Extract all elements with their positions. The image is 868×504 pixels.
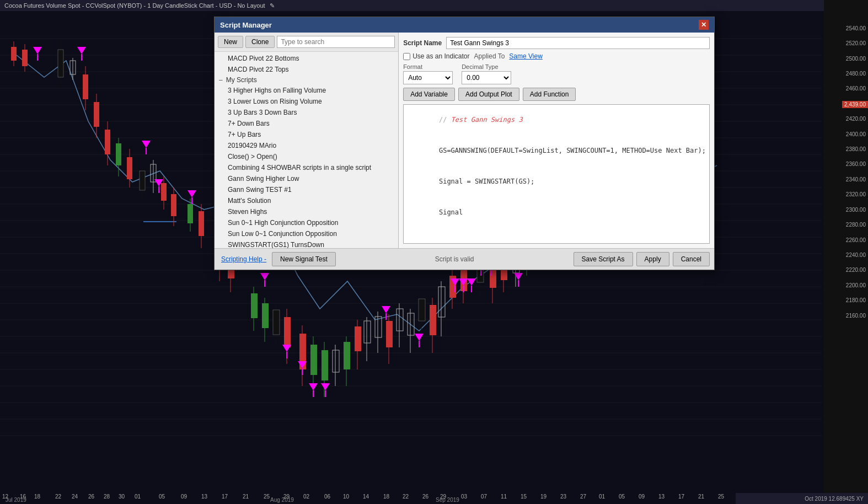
- script-name-row: Script Name: [403, 37, 710, 49]
- price-2360: 2360.00: [846, 161, 866, 167]
- dialog-body: New Clone MACD Pivot 22 Bottoms MACD Piv…: [215, 33, 714, 248]
- dialog-close-button[interactable]: ✕: [699, 20, 709, 30]
- price-2200: 2200.00: [846, 282, 866, 288]
- chart-yaxis: 2540.00 2520.00 2500.00 2480.00 2460.00 …: [824, 0, 868, 504]
- svg-rect-52: [187, 204, 193, 223]
- decimal-type-label: Decimal Type: [462, 63, 511, 70]
- add-function-button[interactable]: Add Function: [523, 88, 576, 101]
- script-item-3lower[interactable]: 3 Lower Lows on Rising Volume: [215, 96, 398, 107]
- script-item-macd-tops[interactable]: MACD Pivot 22 Tops: [215, 64, 398, 75]
- svg-rect-36: [94, 102, 99, 127]
- group-label-my-scripts: My Scripts: [226, 76, 257, 84]
- script-editor-panel: Script Name Use as an Indicator Applied …: [399, 33, 714, 248]
- chart-xaxis: 12 16 18 22 24 26 28 30 01 Jul 2019 05 0…: [0, 489, 800, 504]
- svg-rect-30: [58, 50, 63, 77]
- apply-button[interactable]: Apply: [636, 252, 669, 266]
- xaxis-02: 02: [303, 494, 309, 500]
- xaxis-07: 07: [481, 494, 487, 500]
- format-select[interactable]: Auto 0 0.0 0.00: [403, 71, 453, 84]
- svg-marker-141: [282, 345, 291, 352]
- xaxis-30: 30: [119, 494, 125, 500]
- xaxis-09b: 09: [639, 494, 645, 500]
- script-item-7down[interactable]: 7+ Down Bars: [215, 118, 398, 129]
- script-item-gann-swing-hl[interactable]: Gann Swing Higher Low: [215, 173, 398, 184]
- use-as-indicator-checkbox[interactable]: [403, 53, 410, 60]
- xaxis-13: 13: [201, 494, 207, 500]
- price-2280: 2280.00: [846, 222, 866, 228]
- candle-group-early: [11, 39, 156, 199]
- script-options-row: Use as an Indicator Applied To Same View: [403, 52, 710, 60]
- svg-marker-149: [382, 306, 390, 313]
- svg-marker-145: [309, 383, 318, 390]
- clone-script-button[interactable]: Clone: [245, 36, 275, 48]
- script-name-input[interactable]: [446, 37, 710, 49]
- xaxis-19: 19: [540, 494, 546, 500]
- price-2500: 2500.00: [846, 56, 866, 62]
- xaxis-13b: 13: [658, 494, 665, 500]
- svg-rect-92: [430, 305, 436, 335]
- script-actions-row: Add Variable Add Output Plot Add Functio…: [403, 88, 710, 101]
- svg-rect-54: [199, 211, 204, 236]
- price-2300: 2300.00: [846, 207, 866, 213]
- svg-rect-84: [386, 321, 393, 347]
- xaxis-18b: 18: [383, 494, 389, 500]
- svg-rect-94: [438, 287, 445, 317]
- script-manager-dialog: Script Manager ✕ New Clone MACD Pivot 22…: [214, 17, 715, 270]
- new-script-button[interactable]: New: [218, 36, 243, 48]
- decimal-type-select[interactable]: 0.00 0.0 0 Auto: [462, 71, 511, 84]
- script-item-macd-bottoms[interactable]: MACD Pivot 22 Bottoms: [215, 53, 398, 64]
- script-item-3updown[interactable]: 3 Up Bars 3 Down Bars: [215, 107, 398, 118]
- xaxis-25: 25: [264, 494, 270, 500]
- xaxis-aug2019: Aug 2019: [270, 497, 294, 503]
- svg-marker-131: [142, 141, 151, 148]
- svg-rect-40: [116, 143, 121, 165]
- script-list: MACD Pivot 22 Bottoms MACD Pivot 22 Tops…: [215, 52, 398, 248]
- svg-rect-34: [83, 74, 88, 99]
- xaxis-26b: 26: [422, 494, 428, 500]
- price-2400: 2400.00: [846, 131, 866, 137]
- script-item-gann-swing-test[interactable]: Gann Swing TEST #1: [215, 184, 398, 195]
- svg-rect-70: [310, 345, 317, 375]
- add-variable-button[interactable]: Add Variable: [403, 88, 455, 101]
- svg-marker-127: [77, 47, 86, 54]
- price-2420: 2420.00: [846, 116, 866, 122]
- script-item-20190429[interactable]: 20190429 MАrio: [215, 140, 398, 151]
- new-signal-test-button[interactable]: New Signal Test: [272, 252, 336, 266]
- price-2180: 2180.00: [846, 297, 866, 303]
- script-item-3higher[interactable]: 3 Higher Highs on Falling Volume: [215, 85, 398, 96]
- xaxis-25b: 25: [718, 494, 724, 500]
- format-group: Format Auto 0 0.0 0.00: [403, 63, 453, 84]
- script-code-area[interactable]: // Test Gann Swings 3 GS=GANNSWING(DEFAU…: [403, 104, 710, 244]
- add-output-plot-button[interactable]: Add Output Plot: [458, 88, 519, 101]
- price-2220: 2220.00: [846, 267, 866, 273]
- scripting-help-button[interactable]: Scripting Help -: [219, 253, 269, 266]
- decimal-type-group: Decimal Type 0.00 0.0 0 Auto: [462, 63, 511, 84]
- xaxis-05: 05: [159, 494, 165, 500]
- svg-rect-42: [127, 157, 132, 179]
- cancel-button[interactable]: Cancel: [673, 252, 710, 266]
- price-2260: 2260.00: [846, 237, 866, 243]
- script-item-matts[interactable]: Matt's Solution: [215, 195, 398, 206]
- script-item-close-open[interactable]: Close() > Open(): [215, 151, 398, 162]
- xaxis-17b: 17: [678, 494, 684, 500]
- xaxis-09: 09: [181, 494, 187, 500]
- script-name-label: Script Name: [403, 39, 442, 47]
- script-group-my-scripts[interactable]: – My Scripts: [215, 75, 398, 85]
- script-search-input[interactable]: [277, 36, 395, 48]
- script-item-7up[interactable]: 7+ Up Bars: [215, 129, 398, 140]
- xaxis-jul2019: Jul 2019: [6, 497, 26, 503]
- script-item-combining[interactable]: Combining 4 SHOWBAR scripts in a single …: [215, 162, 398, 173]
- chart-edit-icon[interactable]: ✎: [270, 2, 275, 9]
- script-item-sun-high[interactable]: Sun 0~1 High Conjunction Opposition: [215, 217, 398, 228]
- save-script-as-button[interactable]: Save Script As: [574, 252, 633, 266]
- svg-rect-90: [419, 299, 425, 321]
- svg-rect-72: [322, 350, 328, 380]
- svg-rect-26: [11, 47, 17, 61]
- script-item-sun-low[interactable]: Sun Low 0~1 Conjunction Opposition: [215, 228, 398, 239]
- script-item-steven[interactable]: Steven Highs: [215, 206, 398, 217]
- group-arrow-my-scripts: –: [219, 76, 223, 84]
- price-2439-highlight: 2,439.00: [842, 101, 868, 108]
- format-label: Format: [403, 63, 453, 70]
- script-item-swingstart-gs1[interactable]: SWINGSTART(GS1) TurnsDown: [215, 239, 398, 248]
- dialog-titlebar: Script Manager ✕: [215, 17, 714, 33]
